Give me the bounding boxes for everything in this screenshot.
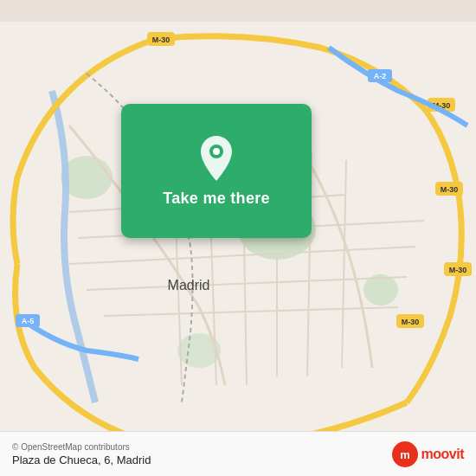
svg-text:m: m <box>400 448 410 461</box>
take-me-card[interactable]: Take me there <box>121 104 312 238</box>
svg-text:A-2: A-2 <box>374 72 387 80</box>
svg-text:M-30: M-30 <box>441 185 459 194</box>
moovit-icon: m <box>392 441 418 467</box>
take-me-button-label: Take me there <box>163 190 270 208</box>
address-text: Plaza de Chueca, 6, Madrid <box>12 453 151 466</box>
osm-attribution: © OpenStreetMap contributors <box>12 442 151 452</box>
svg-point-34 <box>213 148 220 155</box>
map-container: M-30 M-30 M-30 M-30 M-30 M-30 A-2 A-5 <box>0 0 476 476</box>
bottom-bar: © OpenStreetMap contributors Plaza de Ch… <box>0 431 476 476</box>
moovit-logo: m moovit <box>392 441 464 467</box>
svg-text:M-30: M-30 <box>152 35 170 44</box>
moovit-wordmark: moovit <box>421 447 464 462</box>
svg-text:Madrid: Madrid <box>168 278 210 293</box>
svg-text:A-5: A-5 <box>22 317 35 325</box>
map-background: M-30 M-30 M-30 M-30 M-30 M-30 A-2 A-5 <box>0 0 476 476</box>
svg-text:M-30: M-30 <box>449 266 467 274</box>
location-pin-icon <box>196 134 237 183</box>
svg-text:M-30: M-30 <box>402 318 420 326</box>
